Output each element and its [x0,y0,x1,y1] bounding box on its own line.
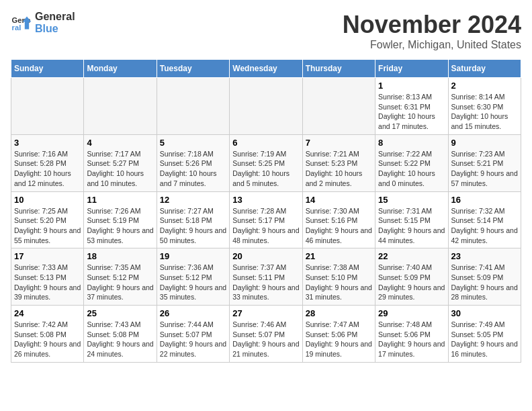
day-info: Sunrise: 7:38 AM Sunset: 5:10 PM Dayligh… [306,263,372,302]
location: Fowler, Michigan, United States [343,39,521,51]
day-info: Sunrise: 7:36 AM Sunset: 5:12 PM Dayligh… [160,263,226,302]
day-number: 22 [378,251,445,261]
title-block: November 2024 Fowler, Michigan, United S… [343,11,521,51]
day-info: Sunrise: 7:33 AM Sunset: 5:13 PM Dayligh… [14,263,81,302]
day-number: 11 [87,195,153,205]
calendar-cell: 7Sunrise: 7:21 AM Sunset: 5:23 PM Daylig… [302,134,375,191]
day-number: 2 [451,81,518,91]
calendar-cell: 1Sunrise: 8:13 AM Sunset: 6:31 PM Daylig… [375,78,448,135]
day-number: 19 [160,251,226,261]
day-info: Sunrise: 7:35 AM Sunset: 5:12 PM Dayligh… [87,263,153,302]
day-info: Sunrise: 7:16 AM Sunset: 5:28 PM Dayligh… [14,149,81,189]
calendar-cell: 30Sunrise: 7:49 AM Sunset: 5:05 PM Dayli… [448,306,521,363]
day-number: 16 [451,195,518,205]
calendar-week-3: 17Sunrise: 7:33 AM Sunset: 5:13 PM Dayli… [11,248,521,306]
logo: Gene ral General Blue [11,11,75,34]
day-number: 26 [160,308,226,318]
day-info: Sunrise: 7:26 AM Sunset: 5:19 PM Dayligh… [87,206,153,246]
day-info: Sunrise: 7:43 AM Sunset: 5:08 PM Dayligh… [87,320,153,359]
day-number: 23 [451,251,518,261]
day-info: Sunrise: 7:28 AM Sunset: 5:17 PM Dayligh… [232,206,299,246]
header-friday: Friday [375,60,448,78]
day-info: Sunrise: 7:23 AM Sunset: 5:21 PM Dayligh… [451,149,518,189]
calendar-cell: 20Sunrise: 7:37 AM Sunset: 5:11 PM Dayli… [230,248,302,306]
calendar-cell: 2Sunrise: 8:14 AM Sunset: 6:30 PM Daylig… [448,78,521,135]
calendar-cell: 29Sunrise: 7:48 AM Sunset: 5:06 PM Dayli… [375,306,448,363]
day-number: 28 [306,308,372,318]
calendar-cell: 8Sunrise: 7:22 AM Sunset: 5:22 PM Daylig… [375,134,448,191]
calendar-cell [11,78,84,135]
calendar-week-1: 3Sunrise: 7:16 AM Sunset: 5:28 PM Daylig… [11,134,521,191]
day-number: 9 [451,138,518,148]
header-tuesday: Tuesday [157,60,229,78]
day-info: Sunrise: 8:14 AM Sunset: 6:30 PM Dayligh… [451,92,518,132]
calendar-cell: 14Sunrise: 7:30 AM Sunset: 5:16 PM Dayli… [302,191,375,248]
calendar-week-4: 24Sunrise: 7:42 AM Sunset: 5:08 PM Dayli… [11,306,521,363]
day-info: Sunrise: 7:22 AM Sunset: 5:22 PM Dayligh… [378,149,445,189]
day-number: 1 [378,81,445,91]
calendar-cell: 28Sunrise: 7:47 AM Sunset: 5:06 PM Dayli… [302,306,375,363]
day-info: Sunrise: 8:13 AM Sunset: 6:31 PM Dayligh… [378,92,445,132]
day-number: 5 [160,138,226,148]
calendar-cell: 13Sunrise: 7:28 AM Sunset: 5:17 PM Dayli… [230,191,302,248]
day-info: Sunrise: 7:46 AM Sunset: 5:07 PM Dayligh… [232,320,299,359]
day-number: 30 [451,308,518,318]
header-wednesday: Wednesday [230,60,302,78]
day-info: Sunrise: 7:19 AM Sunset: 5:25 PM Dayligh… [232,149,299,189]
calendar-cell: 4Sunrise: 7:17 AM Sunset: 5:27 PM Daylig… [84,134,157,191]
day-info: Sunrise: 7:17 AM Sunset: 5:27 PM Dayligh… [87,149,153,189]
day-number: 8 [378,138,445,148]
day-info: Sunrise: 7:37 AM Sunset: 5:11 PM Dayligh… [232,263,299,302]
day-info: Sunrise: 7:18 AM Sunset: 5:26 PM Dayligh… [160,149,226,189]
day-number: 24 [14,308,81,318]
calendar-cell: 23Sunrise: 7:41 AM Sunset: 5:09 PM Dayli… [448,248,521,306]
page-header: Gene ral General Blue November 2024 Fowl… [11,11,521,51]
day-number: 17 [14,251,81,261]
calendar-cell: 12Sunrise: 7:27 AM Sunset: 5:18 PM Dayli… [157,191,229,248]
logo-text-block: General Blue [35,11,75,34]
day-info: Sunrise: 7:25 AM Sunset: 5:20 PM Dayligh… [14,206,81,246]
calendar-cell: 10Sunrise: 7:25 AM Sunset: 5:20 PM Dayli… [11,191,84,248]
header-monday: Monday [84,60,157,78]
day-number: 7 [306,138,372,148]
day-info: Sunrise: 7:31 AM Sunset: 5:15 PM Dayligh… [378,206,445,246]
day-number: 3 [14,138,81,148]
day-info: Sunrise: 7:47 AM Sunset: 5:06 PM Dayligh… [306,320,372,359]
calendar-cell: 6Sunrise: 7:19 AM Sunset: 5:25 PM Daylig… [230,134,302,191]
calendar-cell: 3Sunrise: 7:16 AM Sunset: 5:28 PM Daylig… [11,134,84,191]
calendar-cell: 17Sunrise: 7:33 AM Sunset: 5:13 PM Dayli… [11,248,84,306]
calendar-cell: 19Sunrise: 7:36 AM Sunset: 5:12 PM Dayli… [157,248,229,306]
day-number: 29 [378,308,445,318]
day-info: Sunrise: 7:49 AM Sunset: 5:05 PM Dayligh… [451,320,518,359]
day-info: Sunrise: 7:41 AM Sunset: 5:09 PM Dayligh… [451,263,518,302]
day-number: 13 [232,195,299,205]
day-info: Sunrise: 7:40 AM Sunset: 5:09 PM Dayligh… [378,263,445,302]
day-number: 10 [14,195,81,205]
day-info: Sunrise: 7:32 AM Sunset: 5:14 PM Dayligh… [451,206,518,246]
calendar-cell: 25Sunrise: 7:43 AM Sunset: 5:08 PM Dayli… [84,306,157,363]
day-number: 4 [87,138,153,148]
day-info: Sunrise: 7:44 AM Sunset: 5:07 PM Dayligh… [160,320,226,359]
day-number: 15 [378,195,445,205]
day-info: Sunrise: 7:48 AM Sunset: 5:06 PM Dayligh… [378,320,445,359]
day-number: 14 [306,195,372,205]
calendar-cell: 26Sunrise: 7:44 AM Sunset: 5:07 PM Dayli… [157,306,229,363]
header-saturday: Saturday [448,60,521,78]
calendar-header-row: SundayMondayTuesdayWednesdayThursdayFrid… [11,60,521,78]
calendar: SundayMondayTuesdayWednesdayThursdayFrid… [11,59,521,363]
calendar-cell [230,78,302,135]
day-number: 25 [87,308,153,318]
logo-line1: General [35,11,75,23]
calendar-cell: 5Sunrise: 7:18 AM Sunset: 5:26 PM Daylig… [157,134,229,191]
header-thursday: Thursday [302,60,375,78]
calendar-cell [157,78,229,135]
header-sunday: Sunday [11,60,84,78]
day-number: 6 [232,138,299,148]
calendar-week-2: 10Sunrise: 7:25 AM Sunset: 5:20 PM Dayli… [11,191,521,248]
calendar-cell: 27Sunrise: 7:46 AM Sunset: 5:07 PM Dayli… [230,306,302,363]
calendar-week-0: 1Sunrise: 8:13 AM Sunset: 6:31 PM Daylig… [11,78,521,135]
calendar-cell: 22Sunrise: 7:40 AM Sunset: 5:09 PM Dayli… [375,248,448,306]
calendar-cell: 16Sunrise: 7:32 AM Sunset: 5:14 PM Dayli… [448,191,521,248]
day-info: Sunrise: 7:27 AM Sunset: 5:18 PM Dayligh… [160,206,226,246]
calendar-cell: 24Sunrise: 7:42 AM Sunset: 5:08 PM Dayli… [11,306,84,363]
